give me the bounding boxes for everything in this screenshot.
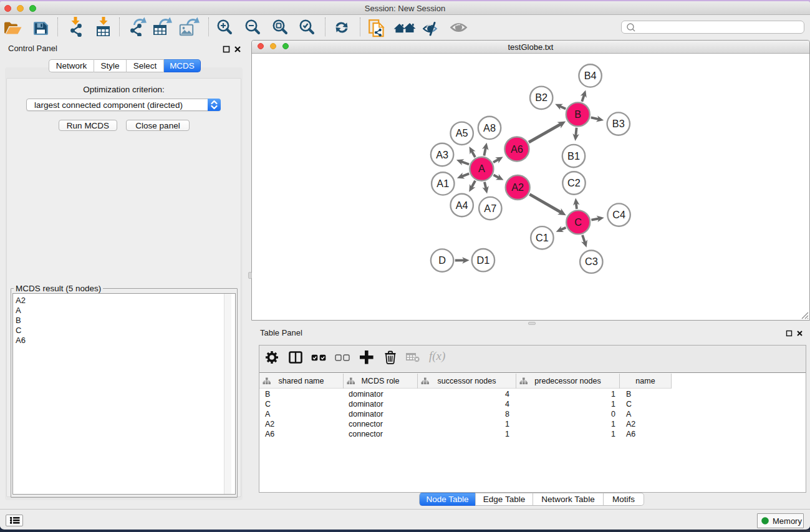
svg-text:A1: A1 bbox=[436, 178, 449, 189]
svg-text:A7: A7 bbox=[484, 203, 496, 214]
svg-text:A5: A5 bbox=[456, 127, 468, 138]
svg-text:A6: A6 bbox=[511, 143, 523, 155]
svg-text:A2: A2 bbox=[511, 181, 524, 193]
svg-text:C1: C1 bbox=[536, 232, 549, 243]
svg-text:A4: A4 bbox=[456, 200, 468, 211]
svg-text:C2: C2 bbox=[567, 177, 581, 188]
svg-text:A: A bbox=[478, 163, 485, 174]
svg-text:C4: C4 bbox=[612, 209, 625, 220]
svg-text:C: C bbox=[574, 216, 582, 228]
svg-text:D1: D1 bbox=[476, 254, 489, 266]
svg-text:D: D bbox=[438, 254, 446, 266]
svg-text:A3: A3 bbox=[436, 149, 448, 160]
svg-text:B4: B4 bbox=[584, 70, 597, 81]
svg-text:B2: B2 bbox=[535, 92, 547, 103]
svg-text:B3: B3 bbox=[612, 118, 625, 129]
svg-text:A8: A8 bbox=[483, 122, 496, 133]
svg-text:B1: B1 bbox=[567, 150, 580, 162]
svg-text:B: B bbox=[574, 109, 581, 120]
svg-text:C3: C3 bbox=[585, 256, 598, 267]
